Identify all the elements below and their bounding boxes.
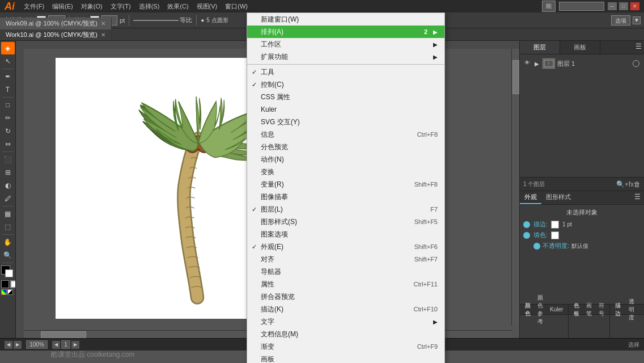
tab-0[interactable]: Work09.ai @ 100% (CMYK/预览)✕ xyxy=(0,18,112,29)
tab-brushes[interactable]: 画笔 xyxy=(584,302,594,318)
menu-item-24[interactable]: 文字▶ xyxy=(247,315,444,328)
menu-item-14[interactable]: 图像描摹 xyxy=(247,191,444,203)
menu-item-2[interactable]: 对象(O) xyxy=(78,1,106,12)
options-btn[interactable]: 选项 xyxy=(611,15,630,26)
menu-item-18[interactable]: 外观(E)Shift+F6 xyxy=(247,240,444,253)
tool-eyedropper[interactable]: 🖉 xyxy=(1,192,15,205)
menu-item-11[interactable]: 动作(N) xyxy=(247,153,444,166)
minimize-button[interactable]: ─ xyxy=(608,2,617,10)
tab-artboards[interactable]: 画板 xyxy=(560,41,600,54)
tool-gradient[interactable]: ◐ xyxy=(1,179,15,192)
fill-color-swatch[interactable] xyxy=(551,231,559,239)
background-swatch[interactable] xyxy=(5,269,13,277)
menu-item-19[interactable]: 对齐Shift+F7 xyxy=(247,253,444,265)
tool-chart[interactable]: ▦ xyxy=(1,208,15,220)
v-scrollbar[interactable] xyxy=(511,49,519,326)
menu-item-1[interactable]: 编辑(E) xyxy=(49,1,77,12)
tool-rect[interactable]: □ xyxy=(1,99,15,111)
tab-graphic-styles[interactable]: 图形样式 xyxy=(541,191,575,204)
menu-item-12[interactable]: 变换 xyxy=(247,166,444,178)
menu-item-27[interactable]: 画板 xyxy=(247,353,444,363)
stroke-visibility[interactable] xyxy=(523,221,530,228)
menu-item-5[interactable]: 效果(C) xyxy=(164,1,192,12)
zoom-field[interactable] xyxy=(26,340,48,349)
new-layer-btn[interactable]: + xyxy=(625,180,629,188)
menu-item-23[interactable]: 描边(K)Ctrl+F10 xyxy=(247,303,444,315)
color-mode-btn[interactable] xyxy=(1,289,7,295)
layer-visibility-btn[interactable]: 👁 xyxy=(524,60,532,67)
opacity-visibility[interactable] xyxy=(533,243,540,250)
menu-item-9[interactable]: 信息Ctrl+F8 xyxy=(247,128,444,141)
menu-item-13[interactable]: 变量(R)Shift+F8 xyxy=(247,178,444,191)
stroke-color-swatch[interactable] xyxy=(551,221,559,229)
v-scroll-thumb[interactable] xyxy=(512,60,519,94)
add-layer-btn[interactable]: 🔍 xyxy=(616,180,625,188)
tab-stroke[interactable]: 描边 xyxy=(613,302,624,318)
menu-item-4[interactable]: 工具 xyxy=(247,66,444,78)
page-prev-btn[interactable]: ◀ xyxy=(52,341,60,349)
page-number-field[interactable] xyxy=(61,340,70,349)
tab-transparency[interactable]: 透明度 xyxy=(627,298,641,322)
tab-color[interactable]: 颜色 xyxy=(523,302,532,318)
menu-item-20[interactable]: 导航器 xyxy=(247,265,444,278)
panel-icon[interactable]: ▼ xyxy=(633,16,641,24)
menu-item-4[interactable]: 选择(S) xyxy=(135,1,163,12)
menu-item-2[interactable]: 工作区▶ xyxy=(247,38,444,50)
close-button[interactable]: ✕ xyxy=(630,2,639,10)
tab-swatches[interactable]: 色板 xyxy=(572,302,581,318)
tab-symbols[interactable]: 符号 xyxy=(597,302,606,318)
page-next-btn[interactable]: ▶ xyxy=(71,341,79,349)
extra-btn[interactable]: 能 xyxy=(542,1,556,12)
tab-color-guide[interactable]: 颜色参考 xyxy=(536,294,545,326)
tool-zoom[interactable]: 🔍 xyxy=(1,249,15,261)
tool-select[interactable]: ◈ xyxy=(1,42,15,54)
tab-1[interactable]: Work10.ai @ 100% (CMYK/预览)✕ xyxy=(0,29,112,40)
grayscale-btn[interactable] xyxy=(7,289,13,295)
tab-appearance[interactable]: 外观 xyxy=(520,191,541,204)
menu-items-container[interactable]: 新建窗口(W)排列(A)2▶工作区▶扩展功能▶工具控制(C)CSS 属性Kule… xyxy=(247,13,444,363)
menu-item-10[interactable]: 分色预览 xyxy=(247,141,444,153)
tool-hand[interactable]: ✋ xyxy=(1,236,15,248)
stroke-indicator[interactable] xyxy=(10,280,16,288)
menu-item-0[interactable]: 文件(F) xyxy=(20,1,48,12)
tool-direct-select[interactable]: ↖ xyxy=(1,55,15,67)
menu-item-0[interactable]: 新建窗口(W) xyxy=(247,13,444,26)
tab-list[interactable]: Work09.ai @ 100% (CMYK/预览)✕Work10.ai @ 1… xyxy=(0,18,112,40)
tool-mesh[interactable]: ⊞ xyxy=(1,166,15,179)
layer-name[interactable]: 图层 1 xyxy=(557,60,630,68)
tool-type[interactable]: T xyxy=(1,83,15,96)
tab-layers[interactable]: 图层 xyxy=(520,41,560,54)
tool-fill[interactable]: ⬛ xyxy=(1,153,15,166)
maximize-button[interactable]: □ xyxy=(619,2,628,10)
delete-layer-btn[interactable]: 🗑 xyxy=(634,180,641,188)
menu-item-25[interactable]: 文档信息(M) xyxy=(247,328,444,340)
appearance-menu-btn[interactable]: ☰ xyxy=(631,191,644,204)
search-input[interactable] xyxy=(559,2,604,11)
menu-item-17[interactable]: 图案选项 xyxy=(247,228,444,240)
nav-right-btn[interactable]: ▶ xyxy=(14,341,22,349)
menu-item-3[interactable]: 扩展功能▶ xyxy=(247,50,444,63)
menu-item-21[interactable]: 属性Ctrl+F11 xyxy=(247,278,444,290)
layer-expand-btn[interactable]: ▶ xyxy=(535,61,540,67)
fx-btn[interactable]: fx xyxy=(629,180,634,188)
tool-mirror[interactable]: ⇔ xyxy=(1,138,15,150)
tool-pen[interactable]: ✒ xyxy=(1,70,15,83)
menu-item-7[interactable]: Kuler xyxy=(247,103,444,116)
menu-item-8[interactable]: SVG 交互(Y) xyxy=(247,116,444,128)
tool-rotate[interactable]: ↻ xyxy=(1,125,15,137)
menu-bar[interactable]: 文件(F)编辑(E)对象(O)文字(T)选择(S)效果(C)视图(V)窗口(W) xyxy=(20,1,251,12)
tab-kuler[interactable]: Kuler xyxy=(548,306,565,313)
tab-close-icon[interactable]: ✕ xyxy=(101,20,105,27)
menu-item-1[interactable]: 排列(A)2▶ xyxy=(247,26,444,38)
menu-item-26[interactable]: 渐变Ctrl+F9 xyxy=(247,340,444,353)
fill-indicator[interactable] xyxy=(1,280,9,288)
window-menu-popup[interactable]: 新建窗口(W)排列(A)2▶工作区▶扩展功能▶工具控制(C)CSS 属性Kule… xyxy=(247,12,445,363)
menu-item-7[interactable]: 窗口(W) xyxy=(222,1,251,12)
menu-item-22[interactable]: 拼合器预览 xyxy=(247,290,444,303)
panel-menu-btn[interactable]: ☰ xyxy=(633,41,644,54)
menu-item-6[interactable]: CSS 属性 xyxy=(247,91,444,103)
fill-visibility[interactable] xyxy=(523,232,530,239)
menu-item-3[interactable]: 文字(T) xyxy=(107,1,134,12)
h-scroll-thumb[interactable] xyxy=(41,331,86,338)
menu-item-5[interactable]: 控制(C) xyxy=(247,78,444,91)
